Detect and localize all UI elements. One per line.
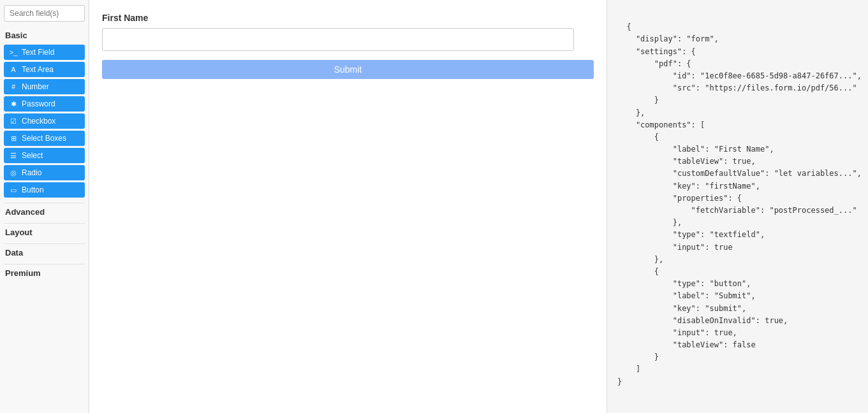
select-boxes-icon: ⊞ — [9, 134, 18, 143]
main-form-area: First Name Submit — [89, 0, 607, 413]
select-label: Select — [22, 151, 43, 160]
json-panel: { "display": "form", "settings": { "pdf"… — [607, 0, 868, 413]
search-input[interactable] — [4, 5, 85, 22]
json-content: { "display": "form", "settings": { "pdf"… — [617, 22, 862, 386]
text-area-label: Text Area — [22, 65, 54, 74]
sidebar: Basic >_ Text Field A Text Area # Number… — [0, 0, 89, 413]
checkbox-label: Checkbox — [22, 117, 55, 126]
data-section-header[interactable]: Data — [4, 243, 85, 259]
first-name-label: First Name — [102, 13, 594, 23]
radio-label: Radio — [22, 168, 41, 177]
select-icon: ☰ — [9, 152, 18, 160]
text-field-label: Text Field — [22, 48, 54, 57]
premium-section-header[interactable]: Premium — [4, 264, 85, 279]
text-field-icon: >_ — [9, 48, 18, 56]
number-button[interactable]: # Number — [4, 79, 85, 94]
layout-section-header[interactable]: Layout — [4, 223, 85, 238]
password-icon: ✱ — [9, 100, 18, 108]
text-area-icon: A — [9, 66, 18, 73]
button-button[interactable]: ▭ Button — [4, 182, 85, 198]
number-label: Number — [22, 82, 49, 91]
password-button[interactable]: ✱ Password — [4, 96, 85, 112]
advanced-section-header[interactable]: Advanced — [4, 203, 85, 218]
radio-icon: ◎ — [9, 169, 18, 177]
basic-section: Basic >_ Text Field A Text Area # Number… — [4, 28, 85, 198]
select-button[interactable]: ☰ Select — [4, 148, 85, 163]
text-area-button[interactable]: A Text Area — [4, 62, 85, 77]
select-boxes-button[interactable]: ⊞ Select Boxes — [4, 131, 85, 146]
button-label: Button — [22, 185, 44, 194]
checkbox-button[interactable]: ☑ Checkbox — [4, 113, 85, 129]
text-field-button[interactable]: >_ Text Field — [4, 45, 85, 60]
first-name-input[interactable] — [102, 28, 574, 51]
number-icon: # — [9, 83, 18, 91]
basic-section-label[interactable]: Basic — [4, 28, 85, 43]
submit-button[interactable]: Submit — [102, 60, 594, 79]
password-label: Password — [22, 99, 55, 108]
select-boxes-label: Select Boxes — [22, 134, 66, 143]
button-icon: ▭ — [9, 186, 18, 194]
checkbox-icon: ☑ — [9, 117, 18, 126]
radio-button[interactable]: ◎ Radio — [4, 165, 85, 180]
